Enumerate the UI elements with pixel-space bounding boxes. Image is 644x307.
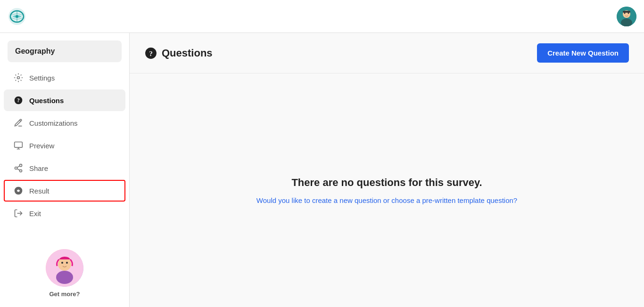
promo-avatar (46, 249, 83, 287)
main-content: ? Questions Create New Question There ar… (130, 33, 644, 307)
sidebar-item-share-label: Share (29, 164, 48, 172)
main-header-left: ? Questions (145, 47, 213, 59)
svg-rect-11 (15, 142, 23, 148)
svg-point-13 (15, 167, 17, 170)
survey-title-box: Geography (8, 40, 122, 62)
empty-state-subtitle[interactable]: Would you like to create a new question … (256, 196, 517, 204)
svg-point-20 (58, 258, 71, 271)
questions-icon: ? (13, 95, 24, 105)
page-title: Questions (162, 47, 213, 59)
svg-line-15 (17, 169, 20, 170)
sidebar-item-customizations-label: Customizations (29, 119, 78, 127)
sidebar-item-preview[interactable]: Preview (4, 135, 125, 156)
preview-icon (13, 140, 24, 151)
logo (8, 7, 26, 26)
customizations-icon (13, 118, 24, 128)
svg-point-8 (17, 77, 20, 79)
sidebar-item-share[interactable]: Share (4, 157, 125, 179)
sidebar-item-settings-label: Settings (29, 74, 55, 82)
svg-point-22 (61, 262, 63, 264)
svg-rect-7 (623, 11, 630, 13)
svg-point-14 (20, 170, 22, 172)
sidebar-item-result-label: Result (29, 187, 50, 195)
sidebar-item-preview-label: Preview (29, 142, 54, 150)
sidebar-bottom: Get more? (0, 240, 129, 307)
settings-icon (13, 73, 24, 83)
questions-header-icon: ? (145, 47, 157, 59)
survey-title: Geography (15, 47, 55, 55)
sidebar-item-settings[interactable]: Settings (4, 67, 125, 89)
svg-point-23 (66, 262, 68, 264)
sidebar-item-exit[interactable]: Exit (4, 202, 125, 224)
create-new-question-button[interactable]: Create New Question (537, 43, 629, 63)
svg-line-16 (17, 166, 20, 167)
svg-point-21 (56, 271, 73, 284)
sidebar: Geography Settings ? Questions (0, 0, 130, 307)
empty-state-title: There are no questions for this survey. (291, 177, 482, 189)
share-icon (13, 163, 24, 173)
top-bar (0, 0, 644, 33)
result-icon (13, 186, 24, 196)
sidebar-item-questions-label: Questions (29, 97, 64, 105)
exit-icon (13, 208, 24, 218)
sidebar-item-result[interactable]: Result (4, 180, 125, 202)
sidebar-item-exit-label: Exit (29, 210, 41, 218)
empty-state: There are no questions for this survey. … (130, 73, 644, 307)
promo-text: Get more? (49, 291, 80, 298)
sidebar-item-questions[interactable]: ? Questions (4, 89, 125, 111)
user-avatar[interactable] (617, 7, 636, 26)
svg-point-12 (20, 164, 22, 167)
svg-text:?: ? (149, 49, 153, 57)
sidebar-nav: Settings ? Questions Customizations (0, 66, 129, 225)
sidebar-item-customizations[interactable]: Customizations (4, 112, 125, 134)
main-header: ? Questions Create New Question (130, 33, 644, 73)
svg-text:?: ? (17, 97, 20, 104)
